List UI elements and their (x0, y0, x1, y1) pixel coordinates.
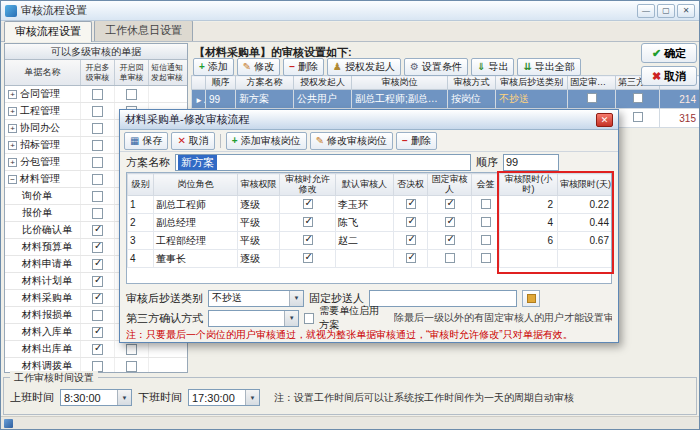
cell-role: 副总经理 (154, 214, 238, 232)
countersign-checkbox[interactable] (481, 253, 491, 263)
cc-type-select[interactable]: 不抄送▼ (208, 290, 304, 307)
multi-level-checkbox[interactable] (92, 242, 103, 253)
close-icon[interactable]: ✕ (677, 4, 695, 18)
document-name-cell: 材料申请单 (5, 256, 81, 272)
expand-icon[interactable]: − (8, 175, 17, 184)
multi-level-checkbox[interactable] (92, 157, 103, 168)
app-window: 审核流程设置 — ▢ ✕ 审核流程设置 工作休息日设置 可以多级审核的单据 单据… (0, 0, 700, 430)
multi-level-checkbox[interactable] (92, 208, 103, 219)
add-post-button[interactable]: +添加审核岗位 (226, 132, 307, 150)
return-audit-checkbox[interactable] (126, 361, 137, 372)
post-row[interactable]: 4 董事长 逐级 (128, 250, 613, 268)
delete-scheme-button[interactable]: −删除 (283, 58, 324, 76)
document-name-cell: 询价单 (5, 188, 81, 204)
multi-level-cell (81, 256, 115, 272)
return-audit-cell (115, 86, 149, 102)
save-button[interactable]: ▦保存 (124, 132, 168, 150)
allow-edit-checkbox[interactable] (303, 253, 313, 263)
scheme-row[interactable]: ► 99 新方案 公共用户 副总工程师;副总经理;工程部经理;董事长 按岗位 不… (192, 90, 700, 109)
multi-level-cell (81, 273, 115, 289)
countersign-checkbox[interactable] (481, 217, 491, 227)
modify-post-button[interactable]: ✎修改审核岗位 (310, 132, 393, 150)
document-row[interactable]: + 合同管理 (5, 86, 187, 103)
third-confirm-checkbox[interactable] (633, 93, 643, 103)
post-table-container: 级别 岗位角色 审核权限 审核时允许修改 默认审核人 否决权 固定审核人 会签 … (126, 172, 612, 284)
row-selector-header (192, 76, 206, 90)
cell-countersign (472, 232, 500, 250)
veto-checkbox[interactable] (406, 253, 416, 263)
unit-scheme-checkbox[interactable] (304, 313, 314, 324)
multi-level-checkbox[interactable] (92, 123, 103, 134)
expand-icon[interactable]: + (8, 107, 17, 116)
modify-scheme-button[interactable]: ✎修改 (237, 58, 280, 76)
veto-checkbox[interactable] (406, 217, 416, 227)
multi-level-checkbox[interactable] (92, 293, 103, 304)
expand-icon[interactable]: + (8, 90, 17, 99)
post-row[interactable]: 3 工程部经理 平级 赵二 6 0.67 (128, 232, 613, 250)
allow-edit-checkbox[interactable] (303, 235, 313, 245)
multi-level-checkbox[interactable] (92, 259, 103, 270)
post-row[interactable]: 1 副总工程师 逐级 李玉环 2 0.22 (128, 196, 613, 214)
authorize-initiator-button[interactable]: ♟授权发起人 (327, 58, 401, 76)
column-multi-level: 开启多级审核 (81, 60, 115, 85)
third-confirm-row: 第三方确认方式 ▼ 需要单位启用方案 除最后一级以外的有固定审核人的用户才能设置… (120, 309, 618, 327)
fixed-auditor-checkbox[interactable] (445, 235, 455, 245)
minus-icon: − (402, 136, 408, 146)
countersign-checkbox[interactable] (481, 199, 491, 209)
document-row[interactable]: 材料出库单 (5, 341, 187, 358)
export-all-button[interactable]: ⇊导出全部 (517, 58, 580, 76)
dialog-close-icon[interactable]: ✕ (596, 113, 613, 127)
allow-edit-checkbox[interactable] (303, 217, 313, 227)
start-time-select[interactable]: 8:30:00▼ (60, 389, 132, 406)
cell-veto (394, 196, 428, 214)
cancel-button[interactable]: ✖取消 (641, 66, 697, 86)
expand-icon[interactable]: + (8, 141, 17, 150)
third-confirm-select[interactable]: ▼ (208, 310, 299, 327)
post-row[interactable]: 2 副总经理 平级 陈飞 4 0.44 (128, 214, 613, 232)
delete-post-button[interactable]: −删除 (396, 132, 437, 150)
work-time-note: 注：设置工作时间后可以让系统按工作时间作为一天的周期自动审核 (274, 391, 574, 405)
return-audit-checkbox[interactable] (126, 344, 137, 355)
multi-level-checkbox[interactable] (92, 310, 103, 321)
add-scheme-button[interactable]: +添加 (193, 58, 234, 76)
column-order: 顺序 (206, 76, 236, 90)
veto-checkbox[interactable] (406, 199, 416, 209)
ok-button[interactable]: ✔确定 (641, 43, 697, 63)
maximize-icon[interactable]: ▢ (657, 4, 675, 18)
export-button[interactable]: ⇓导出 (471, 58, 514, 76)
return-audit-checkbox[interactable] (126, 89, 137, 100)
expand-icon[interactable]: + (8, 158, 17, 167)
multi-level-checkbox[interactable] (92, 174, 103, 185)
veto-checkbox[interactable] (406, 235, 416, 245)
sms-cell (149, 86, 185, 102)
set-condition-button[interactable]: ⚙设置条件 (404, 58, 468, 76)
multi-level-checkbox[interactable] (92, 106, 103, 117)
dialog-cancel-button[interactable]: ✕取消 (171, 132, 214, 150)
order-input[interactable]: 99 (503, 154, 559, 171)
multi-level-checkbox[interactable] (92, 361, 103, 372)
expand-icon[interactable]: + (8, 124, 17, 133)
tab-rest-days[interactable]: 工作休息日设置 (94, 20, 193, 41)
multi-level-checkbox[interactable] (92, 327, 103, 338)
document-row[interactable]: 材料调拨单 (5, 358, 187, 372)
countersign-checkbox[interactable] (481, 235, 491, 245)
fixed-auditor-checkbox[interactable] (587, 93, 597, 103)
third-confirm-checkbox[interactable] (633, 112, 643, 122)
allow-edit-checkbox[interactable] (303, 199, 313, 209)
fixed-auditor-checkbox[interactable] (445, 253, 455, 263)
tab-audit-flow[interactable]: 审核流程设置 (4, 21, 92, 42)
multi-level-checkbox[interactable] (92, 191, 103, 202)
pick-person-button[interactable] (522, 290, 540, 307)
scheme-name-input[interactable]: 新方案 (175, 154, 471, 171)
multi-level-checkbox[interactable] (92, 344, 103, 355)
fixed-auditor-checkbox[interactable] (445, 199, 455, 209)
fixed-auditor-checkbox[interactable] (445, 217, 455, 227)
multi-level-checkbox[interactable] (92, 89, 103, 100)
end-time-select[interactable]: 17:30:00▼ (188, 389, 260, 406)
multi-level-checkbox[interactable] (92, 140, 103, 151)
multi-level-checkbox[interactable] (92, 225, 103, 236)
fixed-cc-input[interactable] (369, 290, 517, 307)
document-name-cell: 材料预算单 (5, 239, 81, 255)
minimize-icon[interactable]: — (637, 4, 655, 18)
multi-level-checkbox[interactable] (92, 276, 103, 287)
